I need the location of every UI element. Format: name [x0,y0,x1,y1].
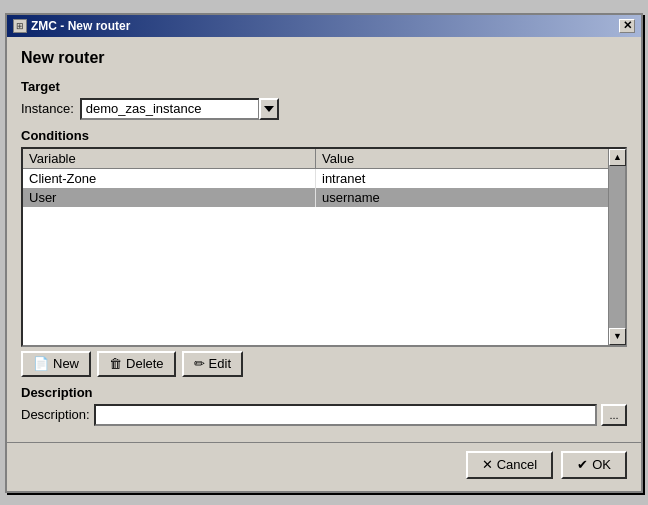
conditions-section: Conditions Variable Value Client-Zone in… [21,128,627,377]
scroll-track[interactable] [609,166,625,328]
cell-variable-1: User [23,188,316,207]
edit-button[interactable]: ✏ Edit [182,351,243,377]
app-icon: ⊞ [13,19,27,33]
condition-buttons-row: 📄 New 🗑 Delete ✏ Edit [21,351,627,377]
edit-icon: ✏ [194,356,205,371]
description-section: Description Description: ... [21,385,627,426]
instance-dropdown-button[interactable] [259,98,279,120]
close-button[interactable]: ✕ [619,19,635,33]
scroll-down-button[interactable]: ▼ [609,328,626,345]
scroll-up-button[interactable]: ▲ [609,149,626,166]
cancel-button[interactable]: ✕ Cancel [466,451,553,479]
ok-icon: ✔ [577,457,588,472]
description-browse-button[interactable]: ... [601,404,627,426]
dialog-heading: New router [21,49,627,67]
delete-button[interactable]: 🗑 Delete [97,351,176,377]
description-input[interactable] [94,404,597,426]
table-inner: Variable Value Client-Zone intranet User… [23,149,608,345]
target-section: Target Instance: [21,79,627,120]
dialog: ⊞ ZMC - New router ✕ New router Target I… [5,13,643,493]
dropdown-arrow-icon [264,106,274,112]
cell-value-0: intranet [316,169,608,188]
cell-variable-0: Client-Zone [23,169,316,188]
table-body[interactable]: Client-Zone intranet User username [23,169,608,345]
new-button[interactable]: 📄 New [21,351,91,377]
title-bar-title: ZMC - New router [31,19,130,33]
new-button-label: New [53,356,79,371]
table-header: Variable Value [23,149,608,169]
conditions-table-container: Variable Value Client-Zone intranet User… [21,147,627,347]
conditions-label: Conditions [21,128,627,143]
table-row[interactable]: User username [23,188,608,207]
delete-icon: 🗑 [109,356,122,371]
dialog-body: New router Target Instance: Conditions [7,37,641,438]
description-section-label: Description [21,385,627,400]
cancel-icon: ✕ [482,457,493,472]
dialog-footer: ✕ Cancel ✔ OK [7,442,641,491]
ok-button[interactable]: ✔ OK [561,451,627,479]
column-variable: Variable [23,149,316,168]
instance-label: Instance: [21,101,74,116]
target-section-label: Target [21,79,627,94]
delete-button-label: Delete [126,356,164,371]
description-field-label: Description: [21,407,90,422]
instance-dropdown-wrapper [80,98,279,120]
table-row[interactable]: Client-Zone intranet [23,169,608,188]
title-bar-left: ⊞ ZMC - New router [13,19,130,33]
cell-value-1: username [316,188,608,207]
ok-label: OK [592,457,611,472]
browse-label: ... [609,409,618,421]
cancel-label: Cancel [497,457,537,472]
column-value: Value [316,149,608,168]
instance-input[interactable] [80,98,260,120]
new-icon: 📄 [33,356,49,371]
table-scrollbar[interactable]: ▲ ▼ [608,149,625,345]
instance-row: Instance: [21,98,627,120]
title-bar: ⊞ ZMC - New router ✕ [7,15,641,37]
description-field-row: Description: ... [21,404,627,426]
edit-button-label: Edit [209,356,231,371]
